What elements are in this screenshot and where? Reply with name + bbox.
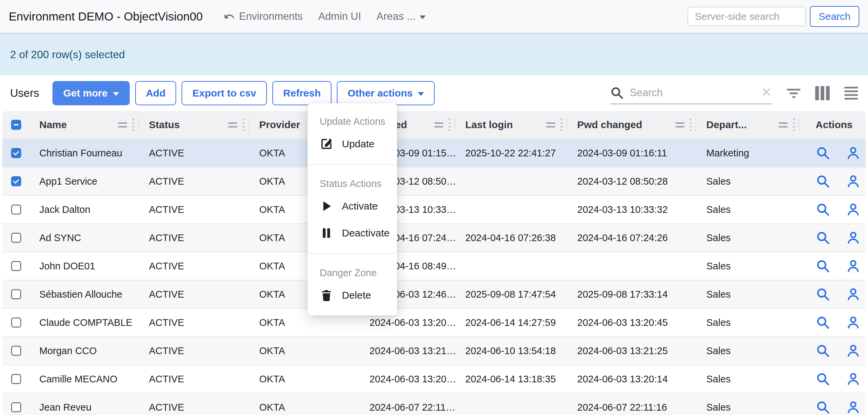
nav-item-areas[interactable]: Areas ... [376,10,425,23]
row-checkbox[interactable] [11,176,21,186]
row-checkbox[interactable] [11,289,21,299]
row-checkbox[interactable] [11,148,21,158]
row-checkbox[interactable] [11,205,21,214]
page-title: Environment DEMO - ObjectVision00 [9,10,203,23]
view-details-icon[interactable] [815,259,830,273]
table-row[interactable]: Ad SYNCACTIVEOKTA2024-04-16 07:24…2024-0… [2,223,866,251]
nav-item-admin-ui[interactable]: Admin UI [318,10,361,23]
menu-section-header: Danger Zone [308,259,397,282]
user-profile-icon[interactable] [846,202,861,217]
menu-item-activate[interactable]: Activate [308,193,397,219]
row-checkbox[interactable] [11,402,21,412]
menu-item-deactivate[interactable]: Deactivate [308,219,397,246]
column-header-status: Status [139,111,249,139]
column-sort-icon[interactable] [118,122,127,127]
view-details-icon[interactable] [815,146,830,160]
user-profile-icon[interactable] [846,287,861,302]
density-menu-icon[interactable] [844,87,858,99]
view-details-icon[interactable] [815,344,830,358]
filter-icon[interactable] [787,89,800,98]
table-row[interactable]: App1 ServiceACTIVEOKTA2024-03-12 08:50…2… [2,167,866,195]
view-details-icon[interactable] [815,287,830,302]
cell-created: 2024-06-07 22:11… [360,393,455,415]
table-row[interactable]: Camille MECANOACTIVEOKTA2024-06-03 13:20… [2,364,866,393]
caret-down-icon [418,92,424,96]
menu-item-update[interactable]: Update [308,130,397,157]
column-menu-icon[interactable] [243,118,244,131]
toolbar-button-export-to-csv[interactable]: Export to csv [182,81,267,105]
table-row[interactable]: Jean ReveuACTIVEOKTA2024-06-07 22:11…202… [2,393,866,415]
server-search-button[interactable]: Search [810,6,859,27]
cell-name: Ad SYNC [29,224,139,251]
row-checkbox[interactable] [11,261,21,271]
user-profile-icon[interactable] [846,174,861,189]
menu-item-delete[interactable]: Delete [308,282,397,309]
view-details-icon[interactable] [815,400,830,415]
view-details-icon[interactable] [815,202,830,217]
quick-search-area [610,82,858,104]
cell-status: ACTIVE [139,365,249,393]
view-details-icon[interactable] [815,174,830,189]
view-details-icon[interactable] [815,315,830,330]
user-profile-icon[interactable] [846,230,861,245]
edit-icon [320,137,333,151]
menu-divider [308,253,397,254]
view-details-icon[interactable] [815,230,830,245]
table-row[interactable]: John DOE01ACTIVEOKTA2024-04-16 08:49…Sal… [2,251,866,280]
pause-icon [320,226,333,240]
button-label: Export to csv [192,87,256,99]
column-menu-icon[interactable] [561,118,562,131]
view-details-icon[interactable] [815,372,830,386]
toolbar-button-other-actions[interactable]: Other actions [337,81,435,105]
topbar-right: Search [687,6,859,27]
cell-last-login: 2024-04-16 07:26:38 [455,224,567,251]
button-label: Add [146,87,165,99]
cell-status: ACTIVE [139,139,249,167]
cell-name: Jean Reveu [29,393,139,415]
table-row[interactable]: Morgan CCOACTIVEOKTA2024-06-03 13:21…202… [2,336,866,364]
column-menu-icon[interactable] [132,118,134,131]
cell-pwd-changed: 2025-09-08 17:33:14 [567,280,696,308]
cell-checkbox [2,168,29,195]
user-profile-icon[interactable] [846,344,861,358]
cell-actions [799,196,866,223]
cell-last-login [455,393,567,415]
user-profile-icon[interactable] [846,400,861,415]
column-sort-icon[interactable] [228,122,237,127]
cell-pwd-changed: 2024-04-16 07:24:26 [567,224,696,251]
columns-icon[interactable] [815,86,830,100]
quick-search-input[interactable] [629,86,755,99]
row-checkbox[interactable] [11,318,21,328]
clear-search-icon[interactable] [761,86,772,99]
user-profile-icon[interactable] [846,372,861,386]
table-body: Christian FourneauACTIVEOKTA2024-03-09 0… [2,139,866,415]
toolbar-button-add[interactable]: Add [135,81,176,105]
column-sort-icon[interactable] [675,122,684,127]
nav-item-environments[interactable]: Environments [223,10,303,23]
column-menu-icon[interactable] [690,118,691,131]
row-checkbox[interactable] [11,374,21,384]
cell-actions [799,337,866,364]
table-row[interactable]: Christian FourneauACTIVEOKTA2024-03-09 0… [2,139,866,167]
table-row[interactable]: Jack DaltonACTIVEOKTA2024-03-13 10:33…20… [2,195,866,223]
user-profile-icon[interactable] [846,259,861,273]
column-sort-icon[interactable] [546,122,555,127]
table-row[interactable]: Sébastien AlloucheACTIVEOKTA2024-06-03 1… [2,280,866,308]
button-label: Other actions [348,87,412,99]
toolbar-button-refresh[interactable]: Refresh [272,81,332,105]
column-menu-icon[interactable] [793,118,795,131]
user-profile-icon[interactable] [846,315,861,330]
row-checkbox[interactable] [11,346,21,356]
toolbar-button-get-more[interactable]: Get more [53,81,130,105]
row-checkbox[interactable] [11,233,21,243]
server-side-search-input[interactable] [687,7,806,26]
user-profile-icon[interactable] [846,146,861,160]
menu-item-label: Update [342,138,374,150]
table-row[interactable]: Claude COMPTABLEACTIVEOKTA2024-06-03 13:… [2,308,866,336]
column-menu-icon[interactable] [449,118,451,131]
column-sort-icon[interactable] [434,122,443,127]
column-sort-icon[interactable] [779,122,788,127]
select-all-checkbox[interactable] [11,120,21,130]
column-header-department: Depart... [696,111,799,139]
search-icon [610,86,624,99]
